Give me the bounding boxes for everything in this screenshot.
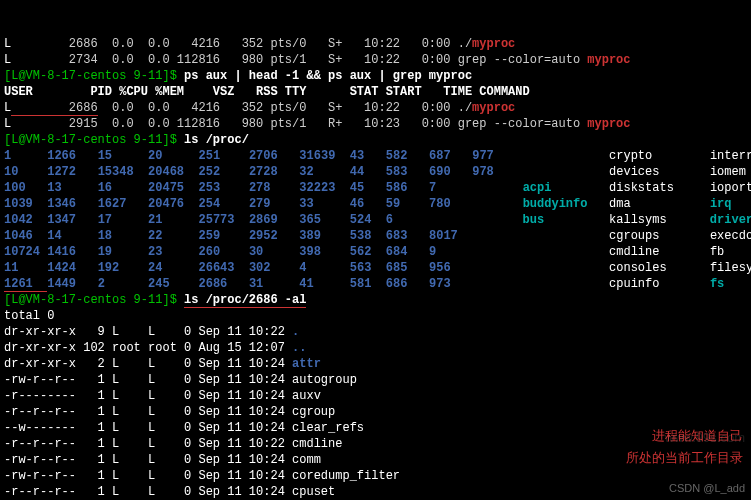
watermark-bg: www.99s.com <box>665 430 745 446</box>
watermark-csdn: CSDN @L_add <box>669 480 745 496</box>
terminal-window[interactable]: L 2686 0.0 0.0 4216 352 pts/0 S+ 10:22 0… <box>0 0 751 500</box>
annotation-side-2: 所处的当前工作目录 <box>626 450 743 466</box>
